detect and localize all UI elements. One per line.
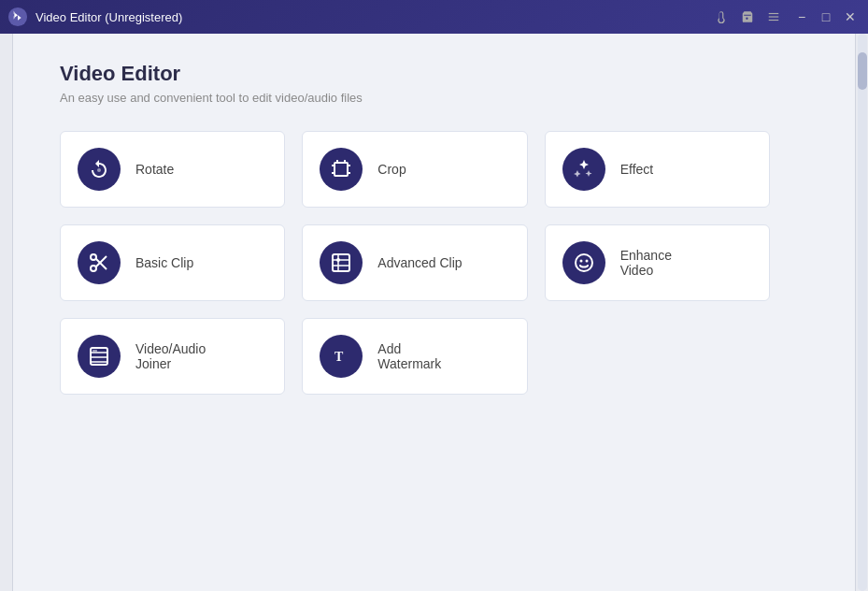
joiner-icon [88,345,110,368]
svg-rect-10 [333,254,349,271]
crop-icon-wrap [320,148,363,191]
svg-point-17 [585,260,588,263]
crop-card[interactable]: Crop [302,131,527,208]
scissors-icon [88,252,110,274]
app-logo-icon [7,7,28,27]
rotate-card[interactable]: Rotate [60,131,285,208]
tool-grid: Rotate Crop [60,131,770,395]
menu-icon[interactable] [765,8,782,25]
joiner-label: Video/Audio [135,341,206,356]
advanced-clip-card[interactable]: Advanced Clip [302,224,527,301]
svg-point-4 [97,168,101,172]
enhance-icon [573,252,595,274]
advanced-clip-icon [330,252,352,274]
crop-icon [330,158,352,180]
watermark-icon-wrap: T [320,335,363,378]
maximize-button[interactable]: □ [816,7,836,27]
advanced-clip-icon-wrap [320,241,363,284]
watermark-icon: T [330,345,352,368]
svg-rect-5 [334,163,348,176]
main-wrapper: Video Editor An easy use and convenient … [0,34,868,591]
enhance-video-card[interactable]: Enhance Video [545,224,770,301]
window-controls[interactable]: − □ ✕ [791,7,861,27]
effect-card[interactable]: Effect [545,131,770,208]
watermark-label2: Watermark [377,356,441,371]
scrollbar-right[interactable] [855,34,868,591]
page-subtitle: An easy use and convenient tool to edit … [60,91,818,105]
watermark-card[interactable]: T Add Watermark [302,318,527,395]
close-button[interactable]: ✕ [840,7,861,27]
effect-label: Effect [620,162,654,177]
svg-line-9 [96,256,107,267]
cart-icon[interactable] [739,8,756,25]
enhance-video-label2: Video [620,263,672,278]
watermark-label: Add [377,341,441,356]
rotate-icon [88,158,110,180]
effect-icon-wrap [562,148,605,191]
rotate-label: Rotate [135,162,174,177]
content-area: Video Editor An easy use and convenient … [13,34,855,591]
basic-clip-label: Basic Clip [135,255,193,270]
rotate-icon-wrap [78,148,121,191]
crop-label: Crop [377,162,406,177]
svg-point-14 [336,258,340,262]
enhance-video-label: Enhance [620,248,672,263]
basic-clip-card[interactable]: Basic Clip [60,224,285,301]
svg-line-8 [96,259,107,270]
svg-point-16 [579,260,582,263]
advanced-clip-label: Advanced Clip [377,255,462,270]
basic-clip-icon-wrap [78,241,121,284]
svg-rect-3 [769,20,779,21]
joiner-icon-wrap [78,335,121,378]
enhance-video-icon-wrap [562,241,605,284]
svg-point-15 [576,254,592,271]
titlebar-action-icons [713,8,782,25]
svg-text:T: T [334,350,344,364]
svg-rect-1 [769,13,779,14]
svg-rect-22 [92,350,97,352]
page-header: Video Editor An easy use and convenient … [60,62,818,105]
minimize-button[interactable]: − [791,7,812,27]
titlebar: Video Editor (Unregistered) − □ ✕ [0,0,868,34]
svg-rect-2 [769,16,779,17]
joiner-label2: Joiner [135,356,206,371]
page-title: Video Editor [60,62,818,86]
titlebar-title: Video Editor (Unregistered) [36,10,713,24]
effect-icon [573,158,595,180]
thermometer-icon[interactable] [713,8,730,25]
sidebar-left [0,34,13,591]
joiner-card[interactable]: Video/Audio Joiner [60,318,285,395]
